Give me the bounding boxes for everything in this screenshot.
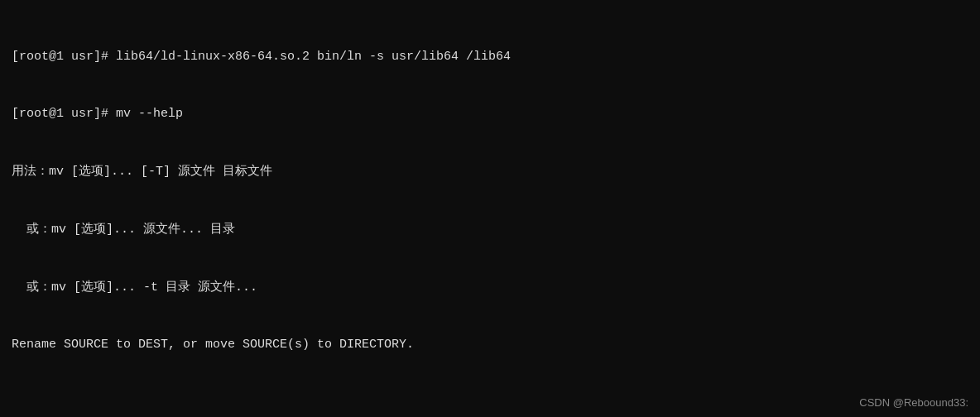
terminal-output: [root@1 usr]# lib64/ld-linux-x86-64.so.2…: [12, 8, 968, 417]
terminal-line-4: 或：mv [选项]... 源文件... 目录: [12, 220, 968, 239]
terminal-line-3: 用法：mv [选项]... [-T] 源文件 目标文件: [12, 162, 968, 181]
watermark-text: CSDN @Reboound33:: [859, 396, 968, 409]
terminal-line-2: [root@1 usr]# mv --help: [12, 104, 968, 123]
terminal-line-5: 或：mv [选项]... -t 目录 源文件...: [12, 278, 968, 297]
terminal-line-6: Rename SOURCE to DEST, or move SOURCE(s)…: [12, 335, 968, 354]
terminal-blank-line: [12, 393, 968, 412]
terminal-line-1: [root@1 usr]# lib64/ld-linux-x86-64.so.2…: [12, 47, 968, 66]
